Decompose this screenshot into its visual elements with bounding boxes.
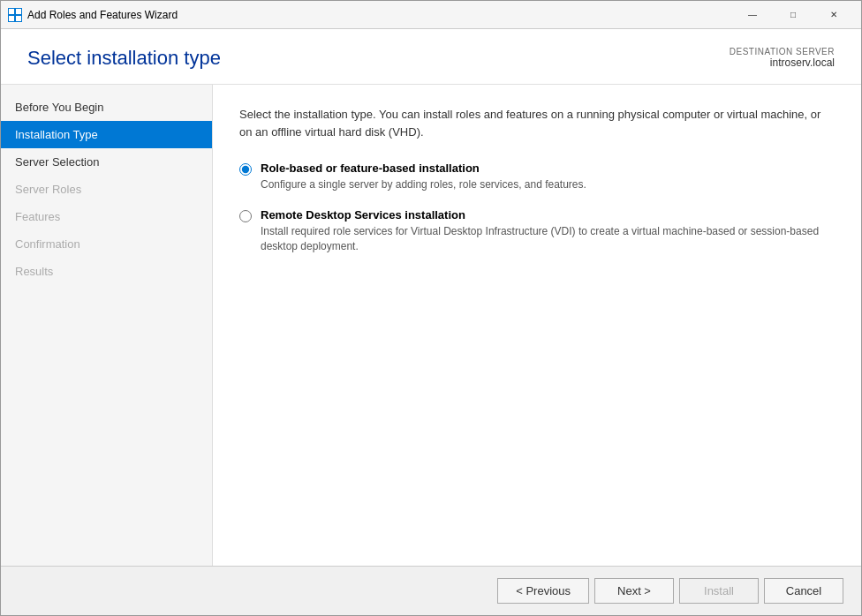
radio-remote-desktop-desc: Install required role services for Virtu… [261,224,835,254]
sidebar-item-results: Results [1,258,212,285]
svg-rect-2 [9,16,14,21]
svg-rect-0 [9,9,14,14]
sidebar-item-installation-type[interactable]: Installation Type [1,121,212,148]
option-role-based: Role-based or feature-based installation… [239,162,835,192]
radio-remote-desktop[interactable] [239,210,252,222]
radio-role-based-label[interactable]: Role-based or feature-based installation… [261,162,586,192]
app-icon [8,8,22,22]
previous-button[interactable]: < Previous [497,578,589,604]
sidebar-item-before-you-begin[interactable]: Before You Begin [1,94,212,121]
radio-role-based[interactable] [239,163,252,176]
title-bar-text: Add Roles and Features Wizard [27,9,732,21]
radio-remote-desktop-title: Remote Desktop Services installation [261,208,835,222]
sidebar-item-confirmation: Confirmation [1,230,212,258]
radio-remote-desktop-label[interactable]: Remote Desktop Services installation Ins… [261,208,835,254]
wizard-title: Select installation type [27,47,221,70]
maximize-button[interactable]: □ [773,1,813,29]
wizard-header: Select installation type DESTINATION SER… [1,29,861,85]
wizard-window: Add Roles and Features Wizard — □ ✕ Sele… [0,0,862,616]
minimize-button[interactable]: — [732,1,773,29]
next-button[interactable]: Next > [594,578,674,604]
content-description: Select the installation type. You can in… [239,106,835,140]
server-name: introserv.local [730,56,835,69]
destination-label: DESTINATION SERVER [730,47,835,56]
destination-server: DESTINATION SERVER introserv.local [730,47,835,69]
sidebar-item-server-roles: Server Roles [1,176,212,203]
radio-role-based-title: Role-based or feature-based installation [261,162,586,175]
window-controls: — □ ✕ [732,1,854,29]
option-remote-desktop: Remote Desktop Services installation Ins… [239,208,835,254]
svg-rect-1 [16,9,21,14]
close-button[interactable]: ✕ [813,1,854,29]
wizard-footer: < Previous Next > Install Cancel [1,566,861,615]
radio-role-based-desc: Configure a single server by adding role… [261,177,586,192]
sidebar: Before You Begin Installation Type Serve… [1,85,213,566]
install-button: Install [679,578,759,604]
svg-rect-3 [16,16,21,21]
title-bar: Add Roles and Features Wizard — □ ✕ [1,1,861,29]
sidebar-item-server-selection[interactable]: Server Selection [1,148,212,176]
sidebar-item-features: Features [1,203,212,230]
wizard-body: Before You Begin Installation Type Serve… [1,85,861,566]
content-panel: Select the installation type. You can in… [213,85,861,566]
cancel-button[interactable]: Cancel [764,578,843,604]
